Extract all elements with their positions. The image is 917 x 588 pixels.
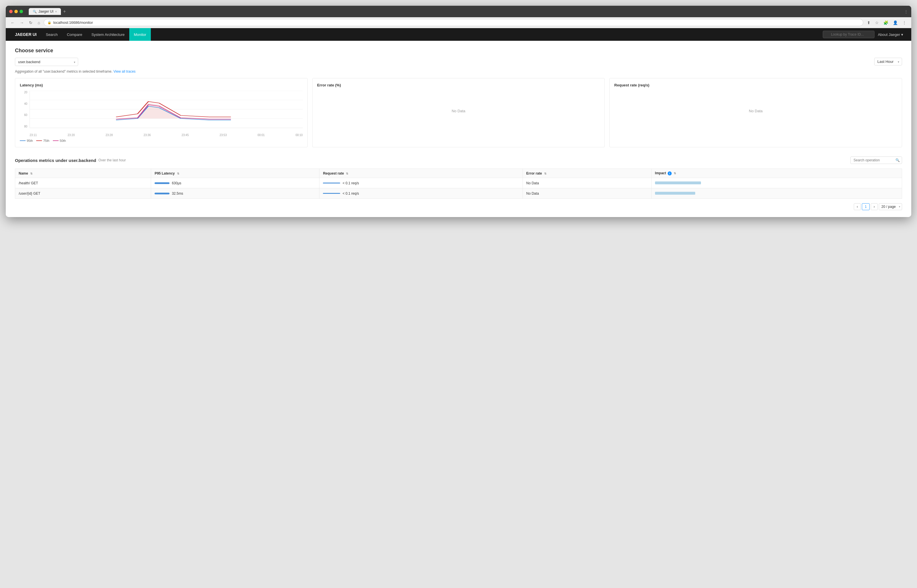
legend-95th: 95th xyxy=(20,139,33,142)
next-page-button[interactable]: › xyxy=(871,203,878,210)
x-label-0: 23:11 xyxy=(29,134,37,137)
row1-impact-bar xyxy=(655,181,701,184)
browser-titlebar: 🔍 Jaeger UI × + ⋮ xyxy=(6,6,911,17)
row2-req-rate: < 0.1 req/s xyxy=(319,188,522,199)
sort-name-icon: ⇅ xyxy=(30,172,32,175)
app-nav: JAEGER UI Search Compare System Architec… xyxy=(6,28,911,41)
menu-button[interactable]: ⋮ xyxy=(901,19,908,26)
service-select[interactable]: user.backend xyxy=(15,58,78,66)
nav-item-search[interactable]: Search xyxy=(41,28,62,41)
tab-favicon: 🔍 xyxy=(33,10,37,13)
close-window-button[interactable] xyxy=(9,10,13,13)
search-operation-input[interactable] xyxy=(850,157,902,164)
extensions-button[interactable]: 🧩 xyxy=(882,19,890,26)
about-menu[interactable]: About Jaeger ▾ xyxy=(875,32,907,37)
request-rate-card: Request rate (req/s) No Data xyxy=(609,78,902,147)
row2-latency-bar: 32.5ms xyxy=(155,192,183,195)
table-body: /health/ GET 630μs < 0.1 req/s xyxy=(15,178,902,199)
row1-error-rate: No Data xyxy=(522,178,651,188)
th-request-rate[interactable]: Request rate ⇅ xyxy=(319,169,522,178)
operations-title: Operations metrics under user.backend xyxy=(15,158,96,163)
forward-button[interactable]: → xyxy=(18,19,25,26)
chart-legend: 95th 75th 50th xyxy=(20,139,303,142)
th-impact[interactable]: Impact i ⇅ xyxy=(651,169,902,178)
profile-button[interactable]: 👤 xyxy=(891,19,899,26)
address-url: localhost:16686/monitor xyxy=(53,20,93,25)
traffic-lights xyxy=(9,10,23,13)
per-page-container: 20 / page ▾ xyxy=(879,203,902,210)
x-label-1: 23:20 xyxy=(68,134,75,137)
th-error-rate[interactable]: Error rate ⇅ xyxy=(522,169,651,178)
y-label-80: 80 xyxy=(20,125,28,128)
home-button[interactable]: ⌂ xyxy=(36,19,41,26)
minimize-window-button[interactable] xyxy=(15,10,18,13)
address-bar[interactable]: 🔒 localhost:16686/monitor xyxy=(44,19,863,26)
row2-latency-value: 32.5ms xyxy=(172,192,183,195)
choose-service-title: Choose service xyxy=(15,48,902,54)
latency-card: Latency (ms) 80 60 40 20 xyxy=(15,78,308,147)
active-tab[interactable]: 🔍 Jaeger UI × xyxy=(29,8,61,15)
sort-error-rate-icon: ⇅ xyxy=(544,172,547,175)
maximize-window-button[interactable] xyxy=(19,10,23,13)
service-select-row: user.backend ▾ xyxy=(15,58,136,66)
nav-item-system-architecture[interactable]: System Architecture xyxy=(87,28,129,41)
legend-95th-line xyxy=(20,141,26,141)
trace-search-wrap: 🔍 xyxy=(823,31,875,38)
y-label-20: 20 xyxy=(20,91,28,94)
trace-search-input[interactable] xyxy=(823,31,875,38)
th-p95-latency[interactable]: P95 Latency ⇅ xyxy=(151,169,319,178)
request-rate-no-data: No Data xyxy=(614,91,897,131)
operations-subtitle: Over the last hour xyxy=(99,158,126,162)
table-row: /health/ GET 630μs < 0.1 req/s xyxy=(15,178,902,188)
nav-item-monitor[interactable]: Monitor xyxy=(129,28,151,41)
row2-impact xyxy=(651,188,902,199)
latency-card-title: Latency (ms) xyxy=(20,83,303,87)
about-arrow-icon: ▾ xyxy=(901,32,903,37)
legend-75th-line xyxy=(36,141,42,141)
operations-header: Operations metrics under user.backend Ov… xyxy=(15,157,902,164)
page-1-button[interactable]: 1 xyxy=(862,203,870,210)
window-controls: ⋮ xyxy=(904,9,908,14)
th-name[interactable]: Name ⇅ xyxy=(15,169,151,178)
svg-marker-4 xyxy=(116,103,231,119)
view-all-traces-link[interactable]: View all traces xyxy=(113,69,136,73)
share-button[interactable]: ⬆ xyxy=(865,19,872,26)
legend-95th-label: 95th xyxy=(27,139,33,142)
service-select-container: user.backend ▾ xyxy=(15,58,78,66)
sort-req-rate-icon: ⇅ xyxy=(346,172,348,175)
refresh-button[interactable]: ↻ xyxy=(27,19,34,26)
error-rate-card: Error rate (%) No Data xyxy=(312,78,605,147)
per-page-select[interactable]: 20 / page xyxy=(879,203,902,210)
bookmark-button[interactable]: ☆ xyxy=(873,19,880,26)
table-row: /user/{id} GET 32.5ms < 0.1 req/s xyxy=(15,188,902,199)
prev-page-button[interactable]: ‹ xyxy=(854,203,861,210)
search-operation-icon: 🔍 xyxy=(896,158,900,162)
legend-50th: 50th xyxy=(53,139,66,142)
pagination: ‹ 1 › 20 / page ▾ xyxy=(15,203,902,210)
lock-icon: 🔒 xyxy=(47,21,52,24)
row2-latency: 32.5ms xyxy=(151,188,319,199)
row1-latency-value: 630μs xyxy=(172,181,181,185)
row2-impact-bar xyxy=(655,192,695,195)
timeframe-select[interactable]: Last Hour xyxy=(874,58,902,65)
browser-actions: ⬆ ☆ 🧩 👤 ⋮ xyxy=(865,19,908,26)
row2-error-rate: No Data xyxy=(522,188,651,199)
x-label-5: 23:53 xyxy=(220,134,226,137)
operations-table: Name ⇅ P95 Latency ⇅ Request rate ⇅ Er xyxy=(15,168,902,199)
row1-latency: 630μs xyxy=(151,178,319,188)
back-button[interactable]: ← xyxy=(9,19,16,26)
search-operation-wrap: 🔍 xyxy=(850,157,902,164)
metric-cards: Latency (ms) 80 60 40 20 xyxy=(15,78,902,147)
chart-x-axis: 23:11 23:20 23:28 23:36 23:45 23:53 00:0… xyxy=(29,134,303,137)
x-label-2: 23:28 xyxy=(105,134,113,137)
legend-75th: 75th xyxy=(36,139,49,142)
impact-info-icon: i xyxy=(668,171,672,175)
nav-brand[interactable]: JAEGER UI xyxy=(10,32,41,37)
tab-close-button[interactable]: × xyxy=(55,10,57,13)
nav-item-compare[interactable]: Compare xyxy=(62,28,87,41)
new-tab-button[interactable]: + xyxy=(63,9,66,14)
table-header-row: Name ⇅ P95 Latency ⇅ Request rate ⇅ Er xyxy=(15,169,902,178)
y-label-60: 60 xyxy=(20,113,28,116)
row2-req-bar xyxy=(323,193,340,194)
timeframe-container: Last Hour ▾ xyxy=(874,58,902,65)
